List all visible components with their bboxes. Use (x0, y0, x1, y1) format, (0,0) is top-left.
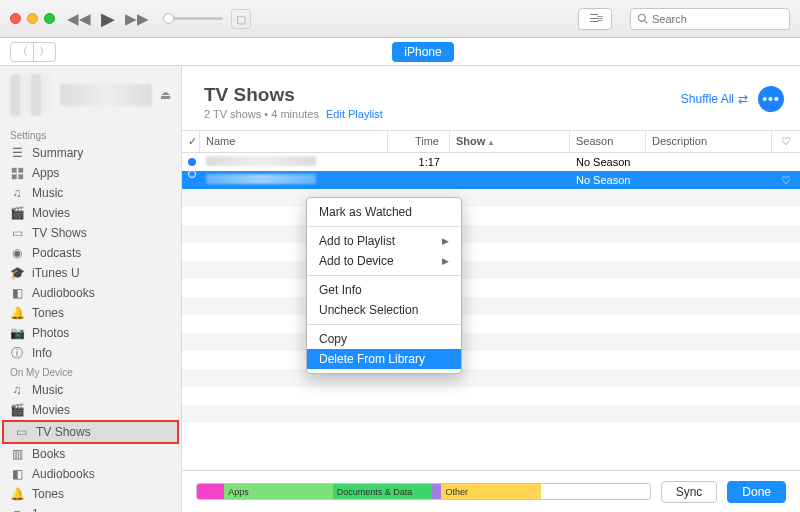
search-input[interactable] (652, 13, 790, 25)
books-icon: ▥ (10, 447, 24, 461)
sidebar-item-summary[interactable]: ☰Summary (0, 143, 181, 163)
zoom-window-button[interactable] (44, 13, 55, 24)
sidebar-item-label: Tones (32, 487, 64, 501)
highlight-annotation: ▭TV Shows (2, 420, 179, 444)
cell-season: No Season (570, 174, 646, 186)
tv-icon: ▭ (14, 425, 28, 439)
sidebar-item-label: Tones (32, 306, 64, 320)
table-row[interactable]: 1:17 No Season (182, 153, 800, 171)
shuffle-all-button[interactable]: Shuffle All ⇄ (681, 92, 748, 106)
menu-add-playlist[interactable]: Add to Playlist▶ (307, 231, 461, 251)
empty-rows (182, 189, 800, 441)
sidebar-item-label: TV Shows (32, 226, 87, 240)
col-season[interactable]: Season (570, 131, 646, 152)
shuffle-icon: ⇄ (738, 92, 748, 106)
sidebar-item-audiobooks[interactable]: ◧Audiobooks (0, 283, 181, 303)
search-icon (637, 13, 648, 24)
col-time[interactable]: Time (388, 131, 450, 152)
ondevice-movies[interactable]: 🎬Movies (0, 400, 181, 420)
sidebar-item-label: Music (32, 186, 63, 200)
menu-mark-watched[interactable]: Mark as Watched (307, 202, 461, 222)
ondevice-audiobooks[interactable]: ◧Audiobooks (0, 464, 181, 484)
sidebar-item-label: Info (32, 346, 52, 360)
sidebar-item-label: Movies (32, 206, 70, 220)
col-show[interactable]: Show▴ (450, 131, 570, 152)
sidebar-item-label: Books (32, 447, 65, 461)
sidebar-item-label: Photos (32, 326, 69, 340)
svg-rect-3 (18, 167, 23, 172)
more-actions-button[interactable]: ••• (758, 86, 784, 112)
storage-seg-free (541, 484, 650, 499)
forward-button[interactable]: 〉 (33, 43, 55, 61)
table-row-selected[interactable]: ✓ No Season ♡ (182, 171, 800, 189)
menu-separator (307, 275, 461, 276)
sidebar-item-apps[interactable]: Apps (0, 163, 181, 183)
sort-asc-icon: ▴ (489, 138, 493, 147)
info-icon: ⓘ (10, 346, 24, 360)
view-list-button[interactable]: ☰≡ (578, 8, 612, 30)
col-love[interactable]: ♡ (772, 131, 800, 152)
tv-icon: ▭ (10, 226, 24, 240)
movies-icon: 🎬 (10, 206, 24, 220)
device-selector-pill[interactable]: iPhone (392, 42, 453, 62)
edit-playlist-link[interactable]: Edit Playlist (326, 108, 383, 120)
tones-icon: 🔔 (10, 306, 24, 320)
table-header: ✓ Name Time Show▴ Season Description ♡ (182, 130, 800, 153)
window-titlebar: ◀◀ ▶ ▶▶ ▢ ☰≡ (0, 0, 800, 38)
music-icon: ♫ (10, 186, 24, 200)
sync-button[interactable]: Sync (661, 481, 718, 503)
ondevice-books[interactable]: ▥Books (0, 444, 181, 464)
ondevice-tvshows[interactable]: ▭TV Shows (4, 422, 177, 442)
submenu-arrow-icon: ▶ (442, 256, 449, 266)
col-check[interactable]: ✓ (182, 131, 200, 152)
eject-icon[interactable]: ⏏ (160, 88, 171, 102)
menu-add-device[interactable]: Add to Device▶ (307, 251, 461, 271)
sidebar-item-info[interactable]: ⓘInfo (0, 343, 181, 363)
ondevice-music[interactable]: ♫Music (0, 380, 181, 400)
audiobooks-icon: ◧ (10, 286, 24, 300)
cell-time: 1:17 (388, 156, 450, 168)
footer-bar: Apps Documents & Data Other Sync Done (182, 470, 800, 512)
col-description[interactable]: Description (646, 131, 772, 152)
photos-icon: 📷 (10, 326, 24, 340)
sidebar-item-itunesu[interactable]: 🎓iTunes U (0, 263, 181, 283)
love-icon[interactable]: ♡ (772, 174, 800, 187)
col-name[interactable]: Name (200, 131, 388, 152)
ondevice-tones[interactable]: 🔔Tones (0, 484, 181, 504)
done-button[interactable]: Done (727, 481, 786, 503)
redacted-title (206, 156, 316, 166)
sidebar-item-tones[interactable]: 🔔Tones (0, 303, 181, 323)
sidebar-item-music[interactable]: ♫Music (0, 183, 181, 203)
sidebar-item-photos[interactable]: 📷Photos (0, 323, 181, 343)
play-button[interactable]: ▶ (101, 8, 115, 30)
menu-get-info[interactable]: Get Info (307, 280, 461, 300)
storage-seg (432, 484, 441, 499)
ondevice-playlist-1[interactable]: ≡1 (0, 504, 181, 512)
airplay-button[interactable]: ▢ (231, 9, 251, 29)
minimize-window-button[interactable] (27, 13, 38, 24)
device-header[interactable]: ⏏ (0, 66, 181, 126)
search-field[interactable] (630, 8, 790, 30)
device-thumbnail (10, 74, 52, 116)
content-area: TV Shows 2 TV shows • 4 minutes Edit Pla… (182, 66, 800, 512)
podcasts-icon: ◉ (10, 246, 24, 260)
back-button[interactable]: 〈 (11, 43, 33, 61)
menu-copy[interactable]: Copy (307, 329, 461, 349)
close-window-button[interactable] (10, 13, 21, 24)
sidebar-item-movies[interactable]: 🎬Movies (0, 203, 181, 223)
unwatched-dot-icon (188, 170, 196, 178)
on-device-section-label: On My Device (0, 363, 181, 380)
volume-slider[interactable] (163, 17, 223, 20)
settings-section-label: Settings (0, 126, 181, 143)
menu-delete-from-library[interactable]: Delete From Library (307, 349, 461, 369)
svg-point-0 (638, 14, 645, 21)
menu-uncheck[interactable]: Uncheck Selection (307, 300, 461, 320)
sidebar-item-tvshows[interactable]: ▭TV Shows (0, 223, 181, 243)
sidebar-item-label: TV Shows (36, 425, 91, 439)
table-body: 1:17 No Season ✓ No Season ♡ (182, 153, 800, 470)
svg-line-1 (645, 21, 648, 24)
sidebar-item-podcasts[interactable]: ◉Podcasts (0, 243, 181, 263)
next-track-button[interactable]: ▶▶ (125, 10, 149, 28)
storage-bar: Apps Documents & Data Other (196, 483, 651, 500)
previous-track-button[interactable]: ◀◀ (67, 10, 91, 28)
